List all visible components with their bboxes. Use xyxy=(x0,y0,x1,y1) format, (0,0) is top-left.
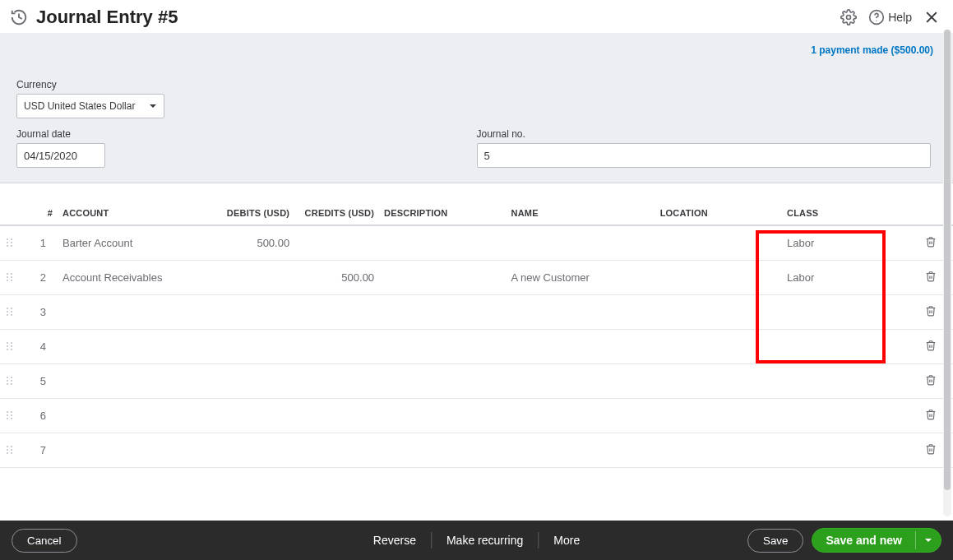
cell-class[interactable] xyxy=(782,433,909,467)
svg-point-22 xyxy=(11,314,12,316)
row-index: 4 xyxy=(32,329,58,363)
cell-description[interactable] xyxy=(379,225,506,260)
cell-class[interactable] xyxy=(782,329,909,363)
help-button[interactable]: Help xyxy=(868,9,912,25)
cell-debits[interactable] xyxy=(210,260,294,294)
scrollbar[interactable] xyxy=(943,30,951,516)
table-row[interactable]: 2Account Receivables500.00A new Customer… xyxy=(0,260,953,294)
cell-account[interactable] xyxy=(58,294,210,329)
cell-location[interactable] xyxy=(655,329,782,363)
cell-description[interactable] xyxy=(379,329,506,363)
cell-location[interactable] xyxy=(655,363,782,398)
cell-class[interactable]: Labor xyxy=(782,260,909,294)
cell-credits[interactable] xyxy=(294,398,379,433)
drag-handle-icon[interactable] xyxy=(0,260,32,294)
cell-debits[interactable] xyxy=(210,433,294,467)
delete-row-button[interactable] xyxy=(925,443,937,455)
delete-row-button[interactable] xyxy=(925,305,937,317)
currency-select[interactable]: USD United States Dollar xyxy=(16,94,164,118)
svg-point-28 xyxy=(11,349,12,350)
cell-description[interactable] xyxy=(379,363,506,398)
table-row[interactable]: 7 xyxy=(0,433,953,467)
cell-account[interactable] xyxy=(58,329,210,363)
cell-class[interactable] xyxy=(782,294,909,329)
cell-name[interactable] xyxy=(506,294,655,329)
cell-credits[interactable] xyxy=(294,329,379,363)
svg-point-24 xyxy=(7,345,8,347)
cell-name[interactable] xyxy=(506,225,655,260)
cell-debits[interactable] xyxy=(210,329,294,363)
cell-account[interactable]: Barter Account xyxy=(58,225,210,260)
drag-handle-icon[interactable] xyxy=(0,329,32,363)
cell-location[interactable] xyxy=(655,260,782,294)
cell-name[interactable] xyxy=(506,398,655,433)
drag-handle-icon[interactable] xyxy=(0,363,32,398)
cell-name[interactable] xyxy=(506,329,655,363)
cell-account[interactable]: Account Receivables xyxy=(58,260,210,294)
svg-point-15 xyxy=(11,276,12,278)
reverse-button[interactable]: Reverse xyxy=(359,534,431,547)
svg-point-44 xyxy=(11,446,12,447)
svg-point-14 xyxy=(11,273,12,275)
cell-class[interactable] xyxy=(782,398,909,433)
close-button[interactable] xyxy=(923,9,940,25)
settings-button[interactable] xyxy=(840,9,857,25)
cell-description[interactable] xyxy=(379,433,506,467)
scrollbar-thumb[interactable] xyxy=(944,30,951,490)
more-button[interactable]: More xyxy=(539,534,594,547)
cell-credits[interactable] xyxy=(294,294,379,329)
table-row[interactable]: 6 xyxy=(0,398,953,433)
help-label: Help xyxy=(888,11,912,24)
cell-name[interactable] xyxy=(506,363,655,398)
drag-handle-icon[interactable] xyxy=(0,294,32,329)
delete-row-button[interactable] xyxy=(925,374,937,386)
cell-account[interactable] xyxy=(58,433,210,467)
save-button[interactable]: Save xyxy=(747,529,803,553)
delete-row-button[interactable] xyxy=(925,271,937,282)
cell-location[interactable] xyxy=(655,433,782,467)
svg-point-46 xyxy=(11,452,12,454)
cell-account[interactable] xyxy=(58,363,210,398)
delete-row-button[interactable] xyxy=(925,340,937,351)
cell-debits[interactable] xyxy=(210,398,294,433)
cell-class[interactable]: Labor xyxy=(782,225,909,260)
cancel-button[interactable]: Cancel xyxy=(12,529,77,553)
cell-class[interactable] xyxy=(782,363,909,398)
history-icon[interactable] xyxy=(10,8,28,26)
cell-debits[interactable] xyxy=(210,294,294,329)
cell-location[interactable] xyxy=(655,225,782,260)
journal-date-input[interactable] xyxy=(16,143,105,168)
drag-handle-icon[interactable] xyxy=(0,433,32,467)
drag-handle-icon[interactable] xyxy=(0,225,32,260)
table-row[interactable]: 4 xyxy=(0,329,953,363)
table-row[interactable]: 3 xyxy=(0,294,953,329)
cell-credits[interactable] xyxy=(294,363,379,398)
make-recurring-button[interactable]: Make recurring xyxy=(432,534,538,547)
journal-no-input[interactable] xyxy=(477,143,931,168)
table-row[interactable]: 1Barter Account500.00Labor xyxy=(0,225,953,260)
cell-credits[interactable]: 500.00 xyxy=(294,260,379,294)
row-index: 6 xyxy=(32,398,58,433)
cell-debits[interactable]: 500.00 xyxy=(210,225,294,260)
table-row[interactable]: 5 xyxy=(0,363,953,398)
caret-down-icon xyxy=(149,102,157,110)
cell-description[interactable] xyxy=(379,260,506,294)
delete-row-button[interactable] xyxy=(925,236,937,248)
cell-location[interactable] xyxy=(655,294,782,329)
cell-description[interactable] xyxy=(379,294,506,329)
cell-name[interactable]: A new Customer xyxy=(506,260,655,294)
cell-credits[interactable] xyxy=(294,225,379,260)
cell-account[interactable] xyxy=(58,398,210,433)
cell-credits[interactable] xyxy=(294,433,379,467)
cell-description[interactable] xyxy=(379,398,506,433)
cell-debits[interactable] xyxy=(210,363,294,398)
cell-location[interactable] xyxy=(655,398,782,433)
currency-value: USD United States Dollar xyxy=(24,100,135,112)
drag-handle-icon[interactable] xyxy=(0,398,32,433)
payment-made-link[interactable]: 1 payment made ($500.00) xyxy=(811,44,933,56)
cell-name[interactable] xyxy=(506,433,655,467)
col-debits: DEBITS (USD) xyxy=(210,201,294,225)
save-and-new-button[interactable]: Save and new xyxy=(812,528,941,553)
save-and-new-caret[interactable] xyxy=(915,531,941,549)
delete-row-button[interactable] xyxy=(925,409,937,420)
